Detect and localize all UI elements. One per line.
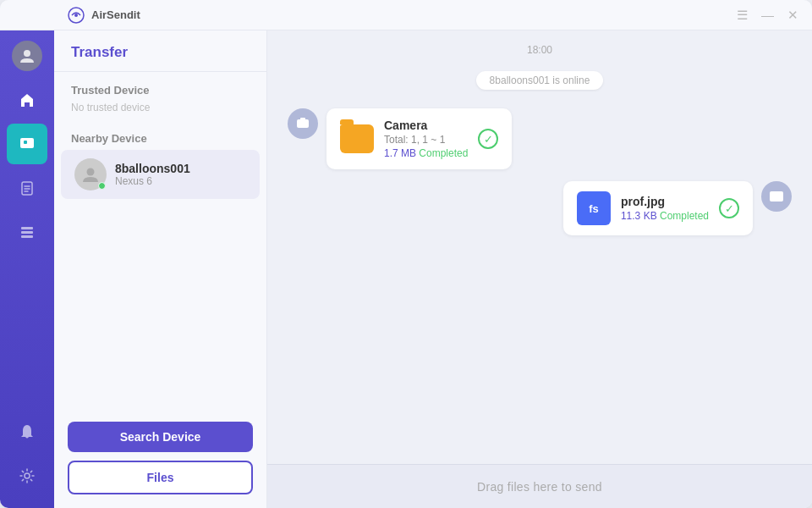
sidebar-settings-icon[interactable]	[7, 456, 47, 496]
window-controls: ☰ — ✕	[737, 8, 798, 21]
online-badge-area: 8balloons001 is online	[288, 71, 792, 90]
app-logo-icon	[68, 7, 85, 24]
file-bubble-prof[interactable]: fs prof.jpg 11.3 KB Completed ✓	[563, 181, 753, 235]
sidebar-home-icon[interactable]	[7, 80, 47, 120]
svg-rect-12	[300, 118, 305, 120]
check-icon-prof: ✓	[719, 198, 739, 218]
sidebar-list-icon[interactable]	[7, 212, 47, 252]
device-name: 8balloons001	[115, 162, 190, 175]
device-avatar	[74, 158, 107, 190]
svg-point-10	[87, 168, 95, 176]
minimize-button[interactable]: —	[761, 8, 774, 21]
svg-point-9	[25, 473, 30, 478]
completed-status: Completed	[419, 147, 468, 159]
svg-rect-7	[21, 231, 33, 234]
search-device-button[interactable]: Search Device	[68, 422, 253, 452]
window-title-bar: AirSendit ☰ — ✕	[0, 0, 812, 30]
device-model: Nexus 6	[115, 175, 190, 187]
middle-panel: Transfer Trusted Device No trusted devic…	[54, 30, 267, 508]
svg-rect-6	[21, 227, 33, 229]
folder-icon	[340, 124, 374, 153]
file-details-prof: prof.jpg 11.3 KB Completed	[621, 195, 709, 222]
sidebar-clipboard-icon[interactable]	[7, 168, 47, 208]
app-logo-area: AirSendit	[68, 7, 140, 24]
svg-point-1	[74, 14, 78, 17]
svg-rect-13	[770, 191, 783, 202]
file-size: 1.7 MB Completed	[384, 147, 468, 159]
svg-rect-4	[24, 141, 27, 144]
file-icon-fs: fs	[577, 191, 611, 225]
file-meta: Total: 1, 1 ~ 1	[384, 134, 468, 146]
panel-title: Transfer	[71, 44, 250, 61]
file-details-camera: Camera Total: 1, 1 ~ 1 1.7 MB Completed	[384, 119, 468, 159]
completed-status-prof: Completed	[660, 210, 709, 222]
device-info: 8balloons001 Nexus 6	[115, 162, 190, 187]
sender-avatar	[288, 108, 318, 139]
panel-header: Transfer	[54, 30, 266, 72]
chat-messages: 18:00 8balloons001 is online	[267, 30, 812, 464]
no-trusted-label: No trusted device	[54, 100, 266, 120]
nearby-device-section: Nearby Device	[54, 120, 266, 148]
svg-rect-11	[297, 119, 309, 128]
file-size-prof: 11.3 KB Completed	[621, 210, 709, 222]
menu-button[interactable]: ☰	[737, 8, 748, 21]
drag-label: Drag files here to send	[477, 480, 602, 494]
file-name-prof: prof.jpg	[621, 195, 709, 208]
main-chat-area: 18:00 8balloons001 is online	[267, 30, 812, 508]
svg-point-2	[24, 50, 30, 57]
icon-sidebar	[0, 30, 54, 508]
online-indicator	[98, 182, 106, 190]
message-row-received: Camera Total: 1, 1 ~ 1 1.7 MB Completed …	[288, 108, 792, 169]
user-avatar[interactable]	[12, 41, 42, 71]
sidebar-bell-icon[interactable]	[7, 411, 47, 452]
online-status-text: 8balloons001 is online	[476, 71, 604, 90]
check-icon: ✓	[478, 129, 498, 149]
device-list-item[interactable]: 8balloons001 Nexus 6	[61, 150, 260, 199]
panel-footer: Search Device Files	[54, 408, 266, 508]
message-row-sent: fs prof.jpg 11.3 KB Completed ✓	[288, 181, 792, 235]
svg-rect-8	[21, 235, 33, 238]
sidebar-transfer-icon[interactable]	[7, 124, 47, 164]
drag-drop-area[interactable]: Drag files here to send	[267, 464, 812, 508]
file-bubble-camera[interactable]: Camera Total: 1, 1 ~ 1 1.7 MB Completed …	[326, 108, 512, 169]
app-title: AirSendit	[91, 8, 140, 21]
file-name: Camera	[384, 119, 468, 132]
files-button[interactable]: Files	[68, 461, 253, 494]
trusted-device-section: Trusted Device	[54, 72, 266, 100]
chat-timestamp: 18:00	[288, 44, 792, 56]
close-button[interactable]: ✕	[787, 8, 798, 21]
receiver-avatar	[761, 181, 792, 212]
